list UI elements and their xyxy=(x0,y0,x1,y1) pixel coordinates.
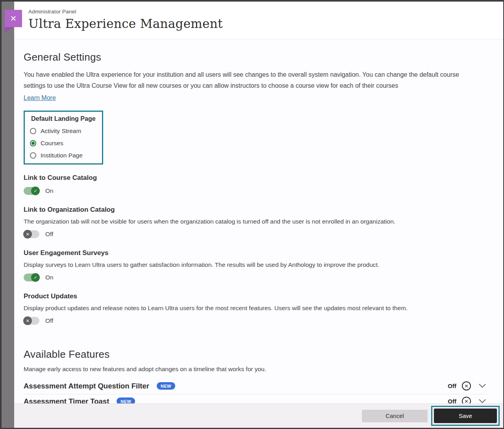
radio-button[interactable] xyxy=(30,140,36,146)
toggle-state-label: Off xyxy=(45,317,53,324)
default-landing-page-label: Default Landing Page xyxy=(31,115,96,122)
toggle-state-label: On xyxy=(45,187,54,194)
toggle-check-icon xyxy=(33,276,37,280)
save-button[interactable]: Save xyxy=(434,409,497,423)
setting-user-engagement-surveys: User Engagement Surveys Display surveys … xyxy=(24,249,489,281)
toggle-x-icon xyxy=(26,232,29,237)
feature-row-assessment-timer-toast: Assessment Timer Toast NEW Off ✕ xyxy=(24,394,489,403)
chevron-down-icon[interactable] xyxy=(479,384,486,388)
setting-label: User Engagement Surveys xyxy=(24,249,489,257)
toggle-knob xyxy=(23,316,32,325)
toggle-switch[interactable] xyxy=(24,187,39,195)
toggle-check-icon xyxy=(33,189,37,193)
setting-description: Display surveys to Learn Ultra users to … xyxy=(24,261,489,268)
radio-option-activity-stream[interactable]: Activity Stream xyxy=(30,128,96,135)
breadcrumb: Administrator Panel xyxy=(28,9,503,15)
toggle-state-label: On xyxy=(45,274,54,281)
setting-label: Link to Course Catalog xyxy=(24,174,489,182)
default-landing-page-group: Default Landing Page Activity Stream Cou… xyxy=(24,111,103,165)
toggle-switch[interactable] xyxy=(24,274,39,281)
available-features-heading: Available Features xyxy=(24,348,489,361)
radio-button[interactable] xyxy=(30,128,36,134)
save-button-highlight: Save xyxy=(431,406,500,426)
page-title: Ultra Experience Management xyxy=(28,17,503,31)
radio-label: Institution Page xyxy=(41,152,83,159)
feature-state-label: Off xyxy=(448,383,456,389)
setting-link-to-organization-catalog: Link to Organization Catalog The organiz… xyxy=(24,206,489,238)
panel-content: General Settings You have enabled the Ul… xyxy=(14,39,503,403)
radio-label: Activity Stream xyxy=(41,128,81,135)
close-icon: ✕ xyxy=(10,14,17,23)
setting-description: Display product updates and release note… xyxy=(24,305,489,312)
chevron-down-icon[interactable] xyxy=(479,399,486,403)
feature-state-label: Off xyxy=(448,398,456,403)
toggle-state-label: Off xyxy=(45,231,53,238)
feature-off-circle-x-icon[interactable]: ✕ xyxy=(462,397,471,403)
toggle-x-icon xyxy=(26,319,29,323)
feature-off-circle-x-icon[interactable]: ✕ xyxy=(462,381,471,390)
radio-button[interactable] xyxy=(30,152,36,159)
setting-description: The organization tab will not be visible… xyxy=(24,218,489,225)
admin-panel: ✕ Administrator Panel Ultra Experience M… xyxy=(14,2,503,428)
setting-product-updates: Product Updates Display product updates … xyxy=(24,292,489,325)
setting-label: Product Updates xyxy=(24,292,489,300)
feature-label: Assessment Attempt Question Filter xyxy=(24,382,149,390)
learn-more-link[interactable]: Learn More xyxy=(24,94,56,102)
toggle-knob xyxy=(23,230,32,239)
panel-header: ✕ Administrator Panel Ultra Experience M… xyxy=(14,2,503,39)
new-badge: NEW xyxy=(117,398,135,403)
general-settings-heading: General Settings xyxy=(24,51,489,63)
setting-label: Link to Organization Catalog xyxy=(24,206,489,214)
feature-label: Assessment Timer Toast xyxy=(24,397,109,404)
radio-option-courses[interactable]: Courses xyxy=(30,140,96,147)
radio-option-institution-page[interactable]: Institution Page xyxy=(30,152,96,159)
general-settings-description: You have enabled the Ultra experience fo… xyxy=(24,69,476,91)
toggle-knob xyxy=(31,273,40,282)
feature-row-assessment-attempt-question-filter: Assessment Attempt Question Filter NEW O… xyxy=(24,379,489,394)
footer-action-bar: Cancel Save xyxy=(14,403,503,428)
toggle-knob xyxy=(31,187,40,195)
toggle-switch[interactable] xyxy=(24,230,39,238)
available-features-description: Manage early access to new features and … xyxy=(24,366,489,373)
close-button[interactable]: ✕ xyxy=(5,10,22,27)
cancel-button[interactable]: Cancel xyxy=(362,410,428,422)
radio-label: Courses xyxy=(41,140,63,147)
setting-link-to-course-catalog: Link to Course Catalog On xyxy=(24,174,489,195)
new-badge: NEW xyxy=(157,382,175,390)
toggle-switch[interactable] xyxy=(24,317,39,325)
ultra-experience-management-window: ✕ Administrator Panel Ultra Experience M… xyxy=(0,0,504,429)
background-page-strip xyxy=(2,2,14,428)
available-features-section: Available Features Manage early access t… xyxy=(24,348,489,403)
